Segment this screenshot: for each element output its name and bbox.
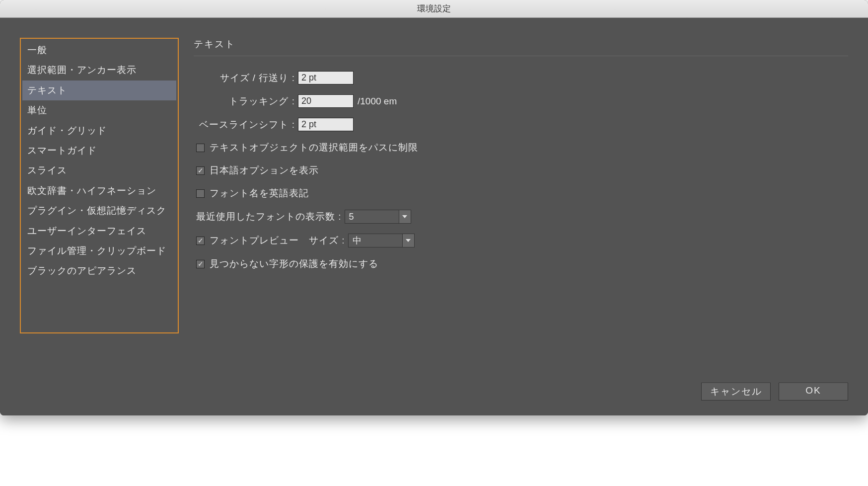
font-preview-label: フォントプレビュー [210, 234, 299, 247]
cancel-button[interactable]: キャンセル [701, 383, 771, 401]
japanese-options-label: 日本語オプションを表示 [210, 164, 319, 177]
font-preview-checkbox[interactable] [196, 237, 205, 245]
sidebar-item-4[interactable]: ガイド・グリッド [22, 121, 176, 141]
dialog-title: 環境設定 [417, 3, 451, 14]
tracking-input[interactable] [298, 94, 354, 108]
baseline-shift-input[interactable] [298, 118, 354, 131]
panel-title: テキスト [194, 38, 848, 51]
sidebar-item-1[interactable]: 選択範囲・アンカー表示 [22, 60, 176, 80]
sidebar-item-7[interactable]: 欧文辞書・ハイフネーション [22, 181, 176, 201]
path-limit-checkbox[interactable] [196, 144, 205, 152]
dropdown-arrow-icon[interactable] [399, 210, 411, 224]
recent-fonts-dropdown[interactable]: 5 [345, 210, 411, 224]
sidebar-item-9[interactable]: ユーザーインターフェイス [22, 221, 176, 241]
sidebar-item-10[interactable]: ファイル管理・クリップボード [22, 241, 176, 261]
japanese-options-checkbox[interactable] [196, 166, 205, 175]
tracking-suffix: /1000 em [358, 96, 397, 107]
preview-size-value: 中 [348, 234, 403, 247]
category-sidebar: 一般選択範囲・アンカー表示テキスト単位ガイド・グリッドスマートガイドスライス欧文… [20, 38, 179, 333]
path-limit-label: テキストオブジェクトの選択範囲をパスに制限 [210, 141, 418, 154]
recent-fonts-value: 5 [345, 210, 399, 224]
sidebar-item-8[interactable]: プラグイン・仮想記憶ディスク [22, 201, 176, 221]
ok-button[interactable]: OK [779, 383, 848, 401]
preview-size-label: サイズ : [309, 234, 345, 247]
baseline-shift-label: ベースラインシフト : [194, 118, 298, 131]
dialog-body: 一般選択範囲・アンカー表示テキスト単位ガイド・グリッドスマートガイドスライス欧文… [0, 18, 868, 415]
sidebar-item-11[interactable]: ブラックのアピアランス [22, 261, 176, 281]
sidebar-item-6[interactable]: スライス [22, 161, 176, 180]
tracking-label: トラッキング : [194, 95, 298, 108]
sidebar-item-5[interactable]: スマートガイド [22, 141, 176, 161]
dialog-titlebar: 環境設定 [0, 0, 868, 18]
recent-fonts-label: 最近使用したフォントの表示数 : [196, 210, 345, 223]
missing-glyph-protection-checkbox[interactable] [196, 260, 205, 268]
missing-glyph-protection-label: 見つからない字形の保護を有効にする [210, 257, 378, 270]
english-font-names-label: フォント名を英語表記 [210, 187, 309, 200]
panel-divider [194, 56, 848, 56]
size-leading-input[interactable] [298, 71, 354, 84]
dropdown-arrow-icon[interactable] [403, 234, 415, 247]
sidebar-item-3[interactable]: 単位 [22, 100, 176, 120]
english-font-names-checkbox[interactable] [196, 189, 205, 198]
dialog-button-bar: キャンセル OK [701, 383, 848, 401]
sidebar-item-0[interactable]: 一般 [22, 40, 176, 60]
settings-panel: テキスト サイズ / 行送り : トラッキング : /1000 em ベースライ… [194, 38, 848, 333]
sidebar-item-2[interactable]: テキスト [22, 81, 176, 100]
preview-size-dropdown[interactable]: 中 [348, 234, 415, 247]
size-leading-label: サイズ / 行送り : [194, 72, 298, 84]
preferences-dialog: 環境設定 一般選択範囲・アンカー表示テキスト単位ガイド・グリッドスマートガイドス… [0, 0, 868, 415]
